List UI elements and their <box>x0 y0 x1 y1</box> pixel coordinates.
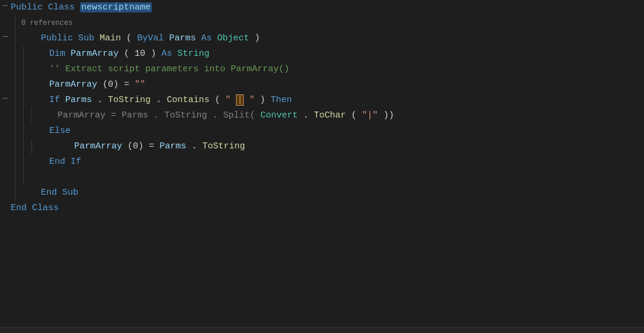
collapse-btn-sub[interactable]: ‒ <box>0 31 11 46</box>
comment-text: '' Extract script parameters into ParmAr… <box>49 64 289 74</box>
keyword-if: If <box>49 95 60 105</box>
keyword-dim: Dim <box>49 49 65 59</box>
horizontal-scrollbar[interactable] <box>0 327 644 333</box>
keyword-as: As <box>201 33 212 43</box>
end-if-content: End If <box>27 154 644 170</box>
line-sub: ‒ Public Sub Main ( ByVal Parms <box>0 31 644 46</box>
line-end-class: End Class <box>0 201 644 216</box>
line-ref: 0 references <box>0 15 644 31</box>
class-name: newscriptname <box>80 2 152 12</box>
collapse-btn-1[interactable]: ‒ <box>0 0 11 15</box>
line-parm0-empty: ParmArray (0) = "" <box>0 77 644 93</box>
keyword-end-if: End <box>49 157 65 167</box>
else-content: Else <box>27 123 644 139</box>
dim-content: Dim ParmArray ( 10 ) As String <box>27 46 644 62</box>
line-1: ‒ Public Class newscriptname <box>0 0 644 15</box>
code-editor: ‒ Public Class newscriptname <box>0 0 644 333</box>
line-dim: Dim ParmArray ( 10 ) As String <box>0 46 644 62</box>
line-parm0-ts: ParmArray (0) = Parms . ToString <box>0 139 644 154</box>
comment-content: '' Extract script parameters into ParmAr… <box>27 62 644 77</box>
line-comment: '' Extract script parameters into ParmAr… <box>0 62 644 77</box>
grayed-parmarray: ParmArray <box>58 110 106 120</box>
keyword-public-sub: Public <box>41 33 73 43</box>
guide-seg-outer <box>11 31 19 46</box>
keyword-end-sub: End <box>41 188 57 198</box>
collapse-btn-if[interactable]: ‒ <box>0 93 11 108</box>
split-content: ParmArray = Parms . ToString . Split( Co… <box>36 108 644 123</box>
keyword-class: Class <box>48 2 75 12</box>
end-sub-content: End Sub <box>19 185 644 201</box>
keyword-as2: As <box>161 49 172 59</box>
references-label: 0 references <box>19 15 72 31</box>
keyword-sub: Sub <box>78 33 94 43</box>
code-content: ‒ Public Class newscriptname <box>0 0 644 333</box>
sub-header-content: Public Sub Main ( ByVal Parms As Object … <box>19 31 644 46</box>
guide-seg <box>11 15 19 31</box>
line-blank <box>0 170 644 185</box>
line-end-if: End If <box>0 154 644 170</box>
convert-type: Convert <box>260 110 298 120</box>
line-end-sub: End Sub <box>0 185 644 201</box>
var-parmarray: ParmArray <box>71 49 119 59</box>
parm0-ts-content: ParmArray (0) = Parms . ToString <box>36 139 644 154</box>
type-string: String <box>177 49 209 59</box>
keyword-then: Then <box>270 95 292 105</box>
keyword-public: Public <box>11 2 43 12</box>
end-class-content: End Class <box>11 201 644 216</box>
line-split: ParmArray = Parms . ToString . Split( Co… <box>0 108 644 123</box>
param-parms: Parms <box>169 33 196 43</box>
line-else: Else <box>0 123 644 139</box>
keyword-end-class: End <box>11 203 27 213</box>
type-object: Object <box>217 33 249 43</box>
line-if: ‒ If Parms . ToString . Contains ( " <box>0 93 644 108</box>
keyword-else: Else <box>49 126 71 136</box>
if-content: If Parms . ToString . Contains ( " | " )… <box>27 93 644 108</box>
method-main: Main <box>100 33 121 43</box>
line-1-content: Public Class newscriptname <box>11 0 644 15</box>
parm0-empty-content: ParmArray (0) = "" <box>27 77 644 93</box>
keyword-byval: ByVal <box>137 33 164 43</box>
